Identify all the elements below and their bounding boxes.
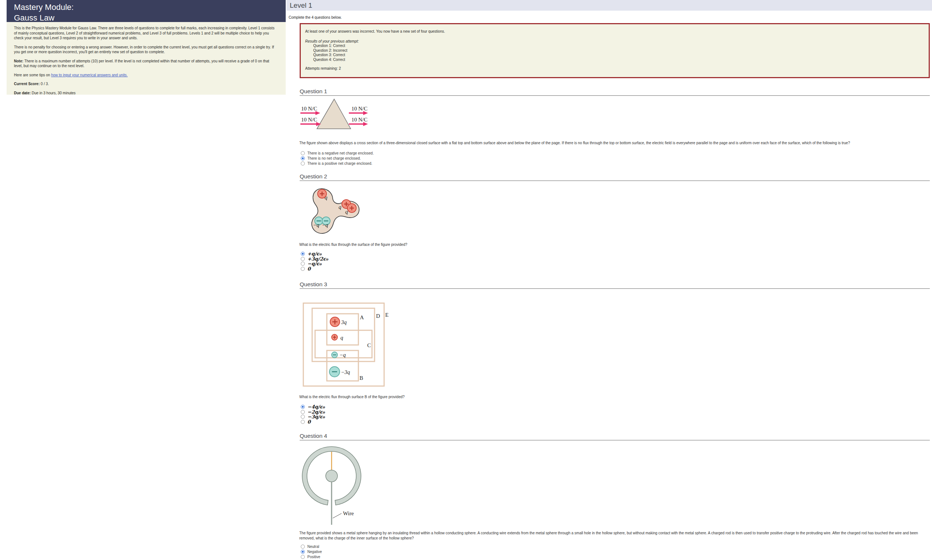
radio-button[interactable]: [301, 156, 305, 160]
option-label: −3q/ϵ₀: [307, 414, 325, 420]
due-date-label: Due date:: [14, 91, 31, 95]
level-title-bar: Level 1: [286, 0, 932, 11]
radio-dot: [302, 406, 304, 408]
question-1-figure: 10 N/C 10 N/C 10 N/C 10 N/C: [292, 96, 371, 133]
numerical-answers-help-link[interactable]: how to input your numerical answers and …: [51, 73, 127, 77]
metal-sphere: [326, 470, 338, 482]
question-3-option-3[interactable]: −3q/ϵ₀: [301, 414, 325, 419]
radio-button[interactable]: [301, 415, 305, 419]
question-4-figure: Wire: [298, 444, 371, 528]
radio-button[interactable]: [301, 550, 305, 554]
radio-button[interactable]: [301, 555, 305, 559]
option-label: −4q/ϵ₀: [307, 404, 325, 409]
option-label: Neutral: [307, 545, 319, 549]
radio-button[interactable]: [301, 545, 305, 549]
surface-label-C: C: [367, 342, 371, 348]
wire-pointer-line: [333, 513, 341, 518]
radio-dot: [302, 551, 304, 553]
option-label: 0: [307, 266, 311, 272]
option-label: There is a positive net charge enclosed.: [307, 162, 372, 166]
tips-prefix: Here are some tips on: [14, 73, 51, 77]
current-score-value: 0 / 3.: [40, 82, 49, 86]
question-3-option-1[interactable]: −4q/ϵ₀: [301, 404, 325, 409]
question-2-option-4[interactable]: 0: [301, 266, 311, 271]
option-label: Positive: [307, 555, 320, 559]
question-1-option-2[interactable]: There is no net charge enclosed.: [301, 156, 361, 161]
charge-label-negq2: −q: [322, 222, 328, 228]
question-4-text: The figure provided shows a metal sphere…: [299, 531, 928, 540]
alert-results-heading: Results of your previous attempt:: [305, 39, 924, 44]
level-title: Level 1: [290, 2, 312, 9]
question-3-text: What is the electric flux through surfac…: [299, 394, 928, 400]
module-title-line1: Mastery Module:: [14, 2, 286, 12]
alert-result-question-3: Question 3: Correct: [313, 53, 924, 58]
alert-message: At least one of your answers was incorre…: [305, 29, 924, 34]
alert-result-question-2: Question 2: Incorrect: [313, 48, 924, 53]
radio-button[interactable]: [301, 257, 305, 261]
question-4-option-3[interactable]: Positive: [301, 554, 320, 559]
field-label-bottom-right: 10 N/C: [352, 117, 367, 123]
question-3-option-4[interactable]: 0: [301, 419, 311, 424]
charge-label-q: q: [340, 335, 343, 340]
question-1-heading: Question 1: [299, 88, 930, 96]
tips-line: Here are some tips on how to input your …: [14, 73, 278, 78]
surface-label-A: A: [360, 314, 364, 320]
question-4-option-1[interactable]: Neutral: [301, 544, 319, 549]
radio-button[interactable]: [301, 267, 305, 271]
question-4-option-2[interactable]: Negative: [301, 549, 322, 554]
charge-label-3q: 3q: [341, 319, 347, 325]
note-label: Note:: [14, 59, 23, 63]
option-label: +q/ϵ₀: [307, 251, 321, 257]
field-label-top-right: 10 N/C: [352, 106, 367, 112]
charge-label-q1: q: [325, 194, 327, 200]
due-date-line: Due date: Due in 3 hours, 30 minutes: [14, 91, 278, 96]
wire-label: Wire: [343, 511, 354, 516]
field-arrowhead-top-left: [315, 111, 320, 115]
option-label: There is a negative net charge enclosed.: [307, 151, 374, 155]
radio-dot: [302, 157, 304, 159]
question-2-option-3[interactable]: −q/ϵ₀: [301, 261, 321, 266]
due-date-value: Due in 3 hours, 30 minutes: [31, 91, 76, 95]
surface-label-D: D: [376, 313, 380, 319]
radio-button[interactable]: [301, 162, 305, 166]
surface-label-B: B: [360, 375, 363, 381]
radio-button[interactable]: [301, 420, 305, 424]
question-3-heading: Question 3: [299, 282, 930, 289]
module-description-paragraph-2: There is no penalty for choosing or ente…: [14, 45, 278, 55]
field-arrowhead-top-right: [363, 111, 368, 115]
option-label: −q/ϵ₀: [307, 261, 321, 266]
radio-button[interactable]: [301, 151, 305, 155]
question-2-text: What is the electric flux through the su…: [299, 242, 928, 247]
question-4-heading: Question 4: [299, 433, 930, 440]
alert-result-question-1: Question 1: Correct: [313, 44, 924, 48]
module-title-header: Mastery Module: Gauss Law: [7, 0, 286, 22]
radio-button[interactable]: [301, 262, 305, 266]
question-2-figure: q q q −q −q: [309, 185, 362, 237]
alert-result-question-4: Question 4: Correct: [313, 58, 924, 62]
option-label: 0: [307, 419, 311, 425]
module-title-line2: Gauss Law: [14, 12, 286, 23]
radio-button[interactable]: [301, 252, 305, 256]
charge-label-q2: q: [339, 204, 341, 210]
level-instruction: Complete the 4 questions below.: [289, 15, 342, 20]
radio-button[interactable]: [301, 405, 305, 409]
field-label-top-left: 10 N/C: [301, 106, 317, 112]
surface-label-E: E: [385, 312, 389, 318]
current-score-line: Current Score: 0 / 3.: [14, 82, 278, 87]
charge-label-negq1: −q: [313, 222, 319, 228]
question-1-text: The figure shown above displays a cross …: [299, 140, 928, 146]
radio-button[interactable]: [301, 410, 305, 414]
module-note: Note: There is a maximum number of attem…: [14, 59, 278, 69]
question-3-figure: A B C D E 3q q −q −3q: [301, 301, 389, 389]
charge-label-q3: q: [345, 209, 348, 215]
option-label: Negative: [307, 550, 322, 554]
field-arrowhead-bottom-right: [363, 122, 368, 126]
module-description-paragraph-1: This is the Physics Mastery Module for G…: [14, 26, 278, 41]
question-2-option-1[interactable]: +q/ϵ₀: [301, 251, 321, 256]
previous-attempt-alert: At least one of your answers was incorre…: [299, 23, 930, 78]
module-description-panel: This is the Physics Mastery Module for G…: [7, 22, 286, 95]
radio-dot: [302, 253, 304, 255]
question-1-option-1[interactable]: There is a negative net charge enclosed.: [301, 151, 374, 155]
question-1-option-3[interactable]: There is a positive net charge enclosed.: [301, 161, 372, 166]
field-label-bottom-left: 10 N/C: [301, 117, 317, 123]
